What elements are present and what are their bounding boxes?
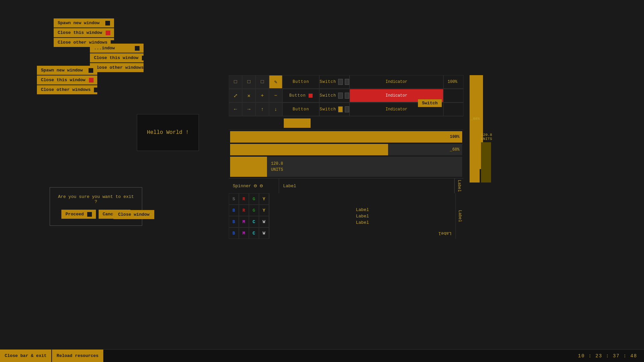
color-w2[interactable]: W [259,227,269,239]
spawn-new-window-btn-2[interactable]: Spawn new window [37,66,97,75]
close-other-windows-btn-2[interactable]: Close other windows [90,63,144,72]
clock-display: 10 : 23 : 37 : 48 [578,353,637,359]
close-other-windows-btn-3[interactable]: Close other windows [37,85,97,94]
progress-fill-1 [230,131,462,143]
switch-label-3: Switch [319,103,350,116]
units-bar [230,157,267,177]
flipped-label: Label [438,231,451,236]
close-icon [106,31,110,35]
color-y1[interactable]: Y [259,193,269,205]
spinner-minus-btn[interactable]: ⊖ [254,183,257,189]
color-b1[interactable]: B [229,205,239,216]
icon-cell-24[interactable]: − [269,89,282,102]
mini-bar [284,118,311,128]
far-right-percent: _68% [470,117,480,122]
close-other-icon-3 [94,88,99,92]
icon-cell-12[interactable]: □ [242,75,256,89]
label-item-2: Label [356,214,369,219]
icon-cell-14[interactable]: ✎ [269,75,282,89]
color-c1[interactable]: C [249,216,259,227]
spawn-icon-2 [89,68,93,73]
switch-sq-2a[interactable] [338,93,342,99]
side-label-vert: Label [454,178,464,193]
btn-red-sq [309,94,313,98]
color-g1[interactable]: G [249,193,259,205]
icon-cell-31[interactable]: ← [229,103,242,116]
label-spacer [269,193,455,205]
color-m2[interactable]: M [239,227,249,239]
close-this-window-btn-3[interactable]: Close this window [37,75,97,85]
icon-cell-23[interactable]: + [256,89,269,102]
label-display-area: Label Label Label Label [269,193,455,239]
progress-bar-2: _68% [230,144,462,155]
icon-cell-33[interactable]: ↑ [256,103,269,116]
label-header: Label [279,178,454,193]
spinner-label-header: Spinner ⊖ ⊖ Label Label [229,178,464,193]
color-b3[interactable]: B [229,227,239,239]
units-text: 120.8 UNITS [267,158,287,175]
switch-float: Switch [418,99,442,107]
ctrl-row-1: □ □ □ ✎ Button Switch Indicator 100% [229,75,464,89]
color-m1[interactable]: M [239,216,249,227]
bottom-bar: Close bar & exit Reload resources 10 : 2… [0,349,644,362]
progress-label-2: _68% [450,147,460,152]
close-bar-exit-btn[interactable]: Close bar & exit [0,350,51,362]
button-label-1[interactable]: Button [282,75,319,89]
spawn-new-window-btn[interactable]: Spawn new window [54,18,114,28]
button-label-2[interactable]: Button [282,89,319,102]
sub-menu-1: ...indow Close this window Close other w… [90,44,144,72]
icon-cell-32[interactable]: → [242,103,256,116]
button-label-3[interactable]: Button [282,103,319,116]
units-value: 120.8 [271,161,283,167]
color-g2[interactable]: G [249,205,259,216]
color-r2[interactable]: R [239,205,249,216]
spinner-plus-btn[interactable]: ⊖ [260,183,263,189]
switch-sq-1b[interactable] [345,79,349,85]
proceed-button[interactable]: Proceed [61,210,96,219]
spawn-icon [105,21,110,25]
units-display: 120.8 UNITS [230,157,462,177]
close-this-window-btn-2[interactable]: Close this window [90,53,144,62]
close-icon-2 [142,56,147,60]
progress-label-1: 100% [450,135,460,139]
mini-bar-row [229,116,464,130]
close-this-window-btn-1[interactable]: Close this window [54,28,114,37]
switch-sq-1a[interactable] [338,79,342,85]
color-r1[interactable]: R [239,193,249,205]
far-right-value: 120.8UNITS [481,133,492,142]
icon-cell-34[interactable]: ↓ [269,103,282,116]
switch-sq-2b[interactable] [345,93,349,99]
units-unit: UNITS [271,167,283,173]
icon-cell-11[interactable]: □ [229,75,242,89]
color-section: S R G Y B R G Y B M C W B M C W Label [229,193,464,239]
icon-cell-22[interactable]: ✕ [242,89,256,102]
main-menu-group: Spawn new window Close this window Close… [54,18,114,47]
color-s[interactable]: S [229,193,239,205]
color-y2[interactable]: Y [259,205,269,216]
percent-2 [443,89,464,102]
close-window-float-btn[interactable]: Close window [113,210,154,219]
close-icon-3 [89,78,94,83]
icon-cell-13[interactable]: □ [256,75,269,89]
progress-bar-1: 100% [230,131,462,143]
switch-label-2: Switch [319,89,350,102]
color-btn-grid: S R G Y B R G Y B M C W B M C W [229,193,269,239]
label-item-3: Label [356,220,369,225]
reload-resources-btn[interactable]: Reload resources [52,350,103,362]
sub-title-btn[interactable]: ...indow [90,44,144,53]
sub-icon [135,46,140,51]
far-right-bars: _68% 120.8UNITS [470,75,492,183]
switch-sq-3b[interactable] [345,106,349,112]
color-c2[interactable]: C [249,227,259,239]
far-bar-2 [481,142,491,183]
color-b2[interactable]: B [229,216,239,227]
proceed-icon [87,212,92,217]
color-w1[interactable]: W [259,216,269,227]
indicator-1: Indicator [350,75,443,89]
percent-3 [443,103,464,116]
labels-list: Label Label Label [269,205,455,227]
hello-world-window: Hello World ! [137,114,199,151]
label-header-text: Label [283,184,296,189]
switch-sq-3a[interactable] [338,106,342,112]
icon-cell-21[interactable]: ⤢ [229,89,242,102]
